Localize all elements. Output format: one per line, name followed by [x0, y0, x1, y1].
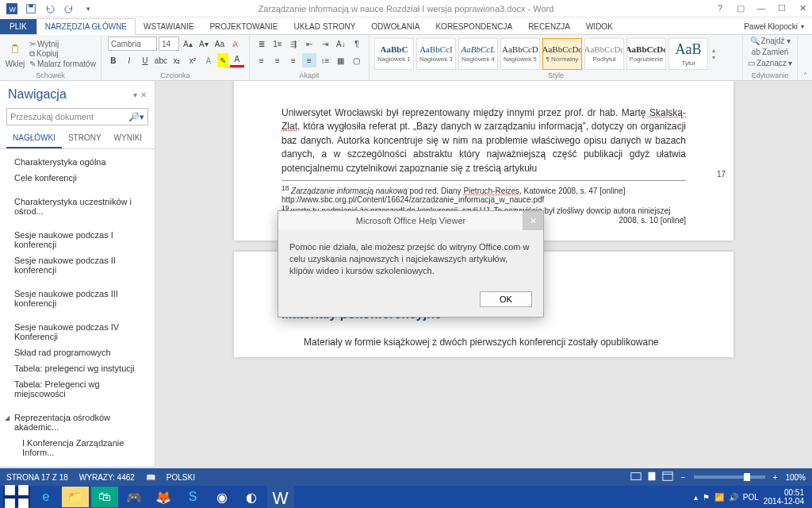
tab-view[interactable]: WIDOK — [578, 19, 621, 34]
show-marks-icon[interactable]: ¶ — [350, 37, 364, 51]
find-icon[interactable]: 🔍 — [750, 37, 760, 45]
indent-inc-icon[interactable]: ⇥ — [318, 37, 332, 51]
dialog-close-icon[interactable]: ✕ — [523, 211, 543, 230]
style-bold[interactable]: AaBbCcDcPogrubienie — [626, 38, 666, 70]
copy-label[interactable]: Kopiuj — [36, 49, 59, 58]
close-icon[interactable]: ✕ — [793, 3, 812, 13]
user-name[interactable]: Paweł Kłopocki ▾ — [736, 19, 812, 34]
style-heading3[interactable]: AaBbCcINagłówek 3 — [416, 38, 456, 70]
tray-up-icon[interactable]: ▴ — [694, 493, 698, 502]
zoom-in-icon[interactable]: + — [773, 473, 778, 482]
redo-icon[interactable] — [62, 2, 76, 16]
status-page[interactable]: STRONA 17 Z 18 — [6, 473, 68, 482]
nav-tab-headings[interactable]: NAGŁÓWKI — [6, 129, 62, 148]
start-button[interactable] — [3, 487, 30, 507]
tab-references[interactable]: ODWOŁANIA — [363, 19, 427, 34]
cut-icon[interactable]: ✂ — [29, 40, 36, 48]
nav-tab-pages[interactable]: STRONY — [62, 129, 108, 148]
nav-item[interactable]: Charakterystyka uczestników i ośrod... — [0, 194, 155, 219]
tray-date[interactable]: 2014-12-04 — [764, 497, 804, 506]
help-icon[interactable]: ? — [710, 3, 730, 13]
nav-close-icon[interactable]: ✕ — [140, 90, 147, 99]
nav-item[interactable]: Cele konferencji — [0, 170, 155, 186]
dialog-ok-button[interactable]: OK — [480, 291, 532, 307]
superscript-icon[interactable]: x² — [186, 53, 200, 67]
paste-icon[interactable] — [5, 39, 25, 60]
replace-label[interactable]: Zamień — [762, 48, 788, 56]
tray-flag-icon[interactable]: ⚑ — [703, 493, 710, 502]
tab-file[interactable]: PLIK — [0, 19, 36, 34]
bullets-icon[interactable]: ≣ — [255, 37, 269, 51]
tray-network-icon[interactable]: 📶 — [714, 493, 724, 502]
font-color-icon[interactable]: A — [230, 53, 244, 67]
minimize-icon[interactable]: — — [752, 3, 771, 13]
indent-dec-icon[interactable]: ⇤ — [302, 37, 316, 51]
replace-icon[interactable]: ab — [752, 48, 760, 56]
status-language[interactable]: POLSKI — [167, 473, 195, 482]
nav-item[interactable]: Charakterystyka ogólna — [0, 154, 155, 170]
ribbon-options-icon[interactable]: ▢ — [731, 3, 750, 13]
nav-item[interactable]: Skład rad programowych — [0, 344, 155, 360]
style-heading1[interactable]: AaBbCNagłówek 1 — [374, 38, 414, 70]
numbering-icon[interactable]: 1≡ — [270, 37, 285, 51]
taskbar-steam-icon[interactable]: ◐ — [238, 487, 265, 507]
undo-icon[interactable] — [43, 2, 57, 16]
style-normal[interactable]: AaBbCcDc¶ Normalny — [542, 38, 582, 70]
tab-insert[interactable]: WSTAWIANIE — [136, 19, 201, 34]
nav-item[interactable]: Sesje naukowe podczas III konferencji — [0, 286, 155, 311]
nav-item[interactable]: Sesje naukowe podczas II konferencji — [0, 252, 155, 278]
collapse-ribbon-icon[interactable]: ˄ — [798, 35, 812, 80]
nav-item[interactable]: Reprezentacja ośrodków akademic... — [0, 410, 155, 435]
grow-font-icon[interactable]: A▴ — [181, 37, 195, 51]
borders-icon[interactable]: ▢ — [350, 53, 364, 67]
painter-label[interactable]: Malarz formatów — [37, 60, 96, 68]
align-center-icon[interactable]: ≡ — [270, 53, 285, 67]
shading-icon[interactable]: ▦ — [334, 53, 348, 67]
taskbar-word-icon[interactable]: W — [267, 487, 294, 507]
save-icon[interactable] — [24, 2, 38, 16]
style-heading5[interactable]: AaBbCcDNagłówek 5 — [500, 38, 540, 70]
view-read-icon[interactable] — [630, 471, 642, 483]
style-heading4[interactable]: AaBbCcLNagłówek 4 — [458, 38, 498, 70]
cut-label[interactable]: Wytnij — [37, 40, 59, 48]
underline-icon[interactable]: U — [138, 53, 152, 67]
nav-tab-results[interactable]: WYNIKI — [108, 129, 149, 148]
italic-icon[interactable]: I — [122, 53, 136, 67]
align-right-icon[interactable]: ≡ — [286, 53, 301, 67]
view-web-icon[interactable] — [662, 471, 673, 483]
style-subtitle[interactable]: AaBbCcDcPodtytuł — [584, 38, 624, 70]
copy-icon[interactable]: ⧉ — [29, 49, 35, 59]
tab-home[interactable]: NARZĘDZIA GŁÓWNE — [36, 18, 136, 35]
change-case-icon[interactable]: Aa — [213, 37, 227, 51]
multilevel-icon[interactable]: ⇶ — [286, 37, 301, 51]
zoom-out-icon[interactable]: − — [681, 473, 686, 482]
tab-layout[interactable]: UKŁAD STRONY — [286, 19, 364, 34]
qat-more-icon[interactable]: ▾ — [81, 2, 95, 16]
find-label[interactable]: Znajdź — [761, 37, 785, 45]
select-label[interactable]: Zaznacz — [756, 59, 787, 67]
taskbar-ie-icon[interactable]: e — [33, 487, 59, 507]
font-size-combo[interactable]: 14 — [159, 37, 179, 51]
tab-review[interactable]: RECENZJA — [520, 19, 578, 34]
taskbar-app-icon[interactable]: 🎮 — [121, 487, 147, 507]
tray-lang[interactable]: POL — [743, 493, 759, 502]
nav-search-input[interactable]: Przeszukaj dokument 🔎▾ — [6, 108, 148, 125]
taskbar-skype-icon[interactable]: S — [179, 487, 206, 507]
highlight-icon[interactable]: ✎ — [217, 53, 228, 67]
style-title[interactable]: AaBTytuł — [668, 38, 708, 70]
taskbar-firefox-icon[interactable]: 🦊 — [150, 487, 177, 507]
shrink-font-icon[interactable]: A▾ — [197, 37, 211, 51]
strike-icon[interactable]: abc — [154, 53, 168, 67]
nav-item[interactable]: Sesje naukowe podczas IV Konferencji — [0, 319, 155, 344]
painter-icon[interactable]: ✎ — [29, 60, 36, 68]
subscript-icon[interactable]: x₂ — [170, 53, 184, 67]
nav-item[interactable]: Tabela: prelegenci wg instytucji — [0, 360, 155, 376]
view-print-icon[interactable] — [646, 471, 657, 483]
nav-item[interactable]: I Konferencja Zarządzanie Inform... — [0, 435, 155, 460]
sort-icon[interactable]: A↓ — [334, 37, 348, 51]
nav-item[interactable]: Tabela: Prelegenci wg miejscowości — [0, 376, 155, 402]
tray-volume-icon[interactable]: 🔊 — [729, 493, 738, 502]
tab-mailings[interactable]: KORESPONDENCJA — [427, 19, 520, 34]
zoom-value[interactable]: 100% — [785, 473, 806, 482]
status-words[interactable]: WYRAZY: 4462 — [79, 473, 135, 482]
